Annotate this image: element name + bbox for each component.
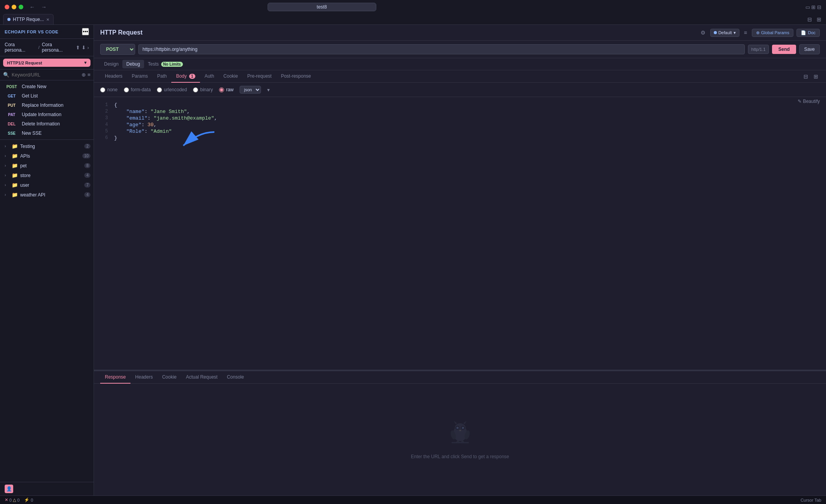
method-select[interactable]: POST GET PUT DELETE PATCH <box>100 44 135 55</box>
search-actions: ⊕ ≡ <box>82 72 90 78</box>
tab-auth[interactable]: Auth <box>200 70 219 83</box>
radio-none[interactable]: none <box>100 87 118 92</box>
folder-item-weather-api[interactable]: › 📁 weather API 4 <box>0 190 94 200</box>
request-item-pat-update[interactable]: PAT Update Information <box>0 110 94 119</box>
address-bar[interactable] <box>268 3 376 11</box>
tab-path[interactable]: Path <box>153 70 172 83</box>
folder-item-user[interactable]: › 📁 user 7 <box>0 180 94 190</box>
response-tab-console[interactable]: Console <box>222 371 249 384</box>
response-tab-headers[interactable]: Headers <box>130 371 157 384</box>
request-count: 0 <box>31 498 33 502</box>
search-input[interactable] <box>268 3 376 11</box>
folder-icon-pet: 📁 <box>12 163 18 169</box>
nav-buttons: ← → <box>28 3 48 11</box>
global-params-button[interactable]: ⊕ Global Params <box>752 29 794 37</box>
env-label: Default <box>718 30 732 35</box>
tab-cookie[interactable]: Cookie <box>219 70 242 83</box>
filter-button[interactable]: ⊕ <box>82 72 86 78</box>
chevron-right-icon-weather: › <box>5 193 9 197</box>
folder-item-store[interactable]: › 📁 store 4 <box>0 170 94 180</box>
folder-icon-weather: 📁 <box>12 192 18 198</box>
env-dot <box>714 31 717 34</box>
request-item-del-delete[interactable]: DEL Delete Information <box>0 119 94 129</box>
folder-item-apis[interactable]: › 📁 APIs 10 <box>0 151 94 161</box>
active-request-button[interactable]: HTTP1/2 Request ▾ <box>3 59 90 67</box>
folder-count-apis: 10 <box>82 153 90 158</box>
tab-tests[interactable]: Tests No Limits <box>144 60 187 68</box>
workspace-selector[interactable]: Cora persona... / Cora persona... ⬆ ⬇ › <box>0 39 94 56</box>
split-view-button[interactable]: ⊟ <box>806 15 814 24</box>
tab-params[interactable]: Params <box>127 70 152 83</box>
warning-count: 0 <box>17 498 19 502</box>
response-tab-actual-request[interactable]: Actual Request <box>181 371 222 384</box>
warning-icon: △ <box>13 497 16 502</box>
body-format-select[interactable]: json <box>240 86 261 94</box>
folder-icon-store: 📁 <box>12 172 18 178</box>
radio-urlencoded[interactable]: urlencoded <box>157 87 187 92</box>
sidebar-header: ECHOAPI FOR VS CODE ••• <box>0 25 94 39</box>
request-item-post-create[interactable]: POST Create New <box>0 82 94 91</box>
request-title: HTTP Request <box>100 29 143 36</box>
workspace-action-1[interactable]: ⬆ <box>76 45 80 50</box>
beautify-button[interactable]: ✎ Beautify <box>798 99 820 104</box>
save-button[interactable]: Save <box>799 44 820 54</box>
window-tab-close-icon[interactable]: ✕ <box>46 17 49 22</box>
folder-item-pet[interactable]: › 📁 pet 8 <box>0 161 94 170</box>
tab-debug[interactable]: Debug <box>122 60 144 68</box>
tab-body[interactable]: Body 1 <box>171 70 200 83</box>
request-item-get-list[interactable]: GET Get List <box>0 91 94 101</box>
settings-icon-button[interactable]: ⚙ <box>699 28 707 37</box>
tab-dot-icon <box>7 18 10 21</box>
maximize-button[interactable] <box>19 5 23 9</box>
user-avatar-icon: 👤 <box>5 485 13 493</box>
forward-button[interactable]: → <box>40 3 48 11</box>
folder-name-user: user <box>20 182 82 188</box>
doc-label: Doc <box>808 30 816 35</box>
folder-name-store: store <box>20 173 82 178</box>
radio-binary[interactable]: binary <box>193 87 213 92</box>
env-selector[interactable]: Default ▾ <box>710 29 739 37</box>
window-tab-label: HTTP Reque... <box>13 17 44 22</box>
back-button[interactable]: ← <box>28 3 37 11</box>
request-header: HTTP Request ⚙ Default ▾ ≡ ⊕ Global Para… <box>94 25 826 41</box>
url-input[interactable] <box>138 44 745 54</box>
folder-count-weather: 4 <box>84 192 90 197</box>
response-tab-response[interactable]: Response <box>100 371 130 384</box>
folder-icon-user: 📁 <box>12 182 18 188</box>
global-params-icon: ⊕ <box>756 30 760 35</box>
tab-design[interactable]: Design <box>100 60 122 68</box>
workspace-action-2[interactable]: ⬇ <box>82 45 86 50</box>
radio-raw[interactable]: raw <box>219 87 233 92</box>
code-editor[interactable]: ✎ Beautify 1 { 2 "name": "Jane Smith", 3 <box>94 97 826 370</box>
search-icon: 🔍 <box>3 72 9 78</box>
top-tab-bar: Design Debug Tests No Limits <box>94 58 826 70</box>
request-name-update: Update Information <box>22 112 61 117</box>
tab-expand-icon[interactable]: ⊞ <box>812 72 820 81</box>
send-button[interactable]: Send <box>772 45 796 54</box>
doc-icon: 📄 <box>801 30 806 35</box>
tab-headers[interactable]: Headers <box>100 70 127 83</box>
workspace-action-3[interactable]: › <box>87 45 89 50</box>
radio-form-data[interactable]: form-data <box>124 87 151 92</box>
search-input[interactable] <box>12 72 79 78</box>
menu-icon-button[interactable]: ≡ <box>743 28 749 37</box>
response-tab-cookie[interactable]: Cookie <box>157 371 181 384</box>
method-badge-put: PUT <box>5 103 19 108</box>
env-chevron-icon: ▾ <box>734 30 736 35</box>
doc-button[interactable]: 📄 Doc <box>796 29 820 37</box>
tab-pre-request[interactable]: Pre-request <box>243 70 276 83</box>
chevron-right-icon-store: › <box>5 173 9 177</box>
minimize-button[interactable] <box>12 5 16 9</box>
tab-post-response[interactable]: Post-response <box>276 70 315 83</box>
tab-split-icon[interactable]: ⊟ <box>802 72 810 81</box>
sidebar-more-button[interactable]: ••• <box>82 28 89 35</box>
request-name-replace: Replace Information <box>22 103 63 108</box>
close-button[interactable] <box>5 5 9 9</box>
window-tab-http-request[interactable]: HTTP Reque... ✕ <box>3 14 54 24</box>
folder-item-testing[interactable]: › 📁 Testing 2 <box>0 141 94 151</box>
request-item-put-replace[interactable]: PUT Replace Information <box>0 101 94 110</box>
sort-button[interactable]: ≡ <box>87 72 90 78</box>
request-item-sse-new[interactable]: SSE New SSE <box>0 129 94 138</box>
expand-button[interactable]: ⊞ <box>815 15 823 24</box>
traffic-lights <box>5 5 23 9</box>
